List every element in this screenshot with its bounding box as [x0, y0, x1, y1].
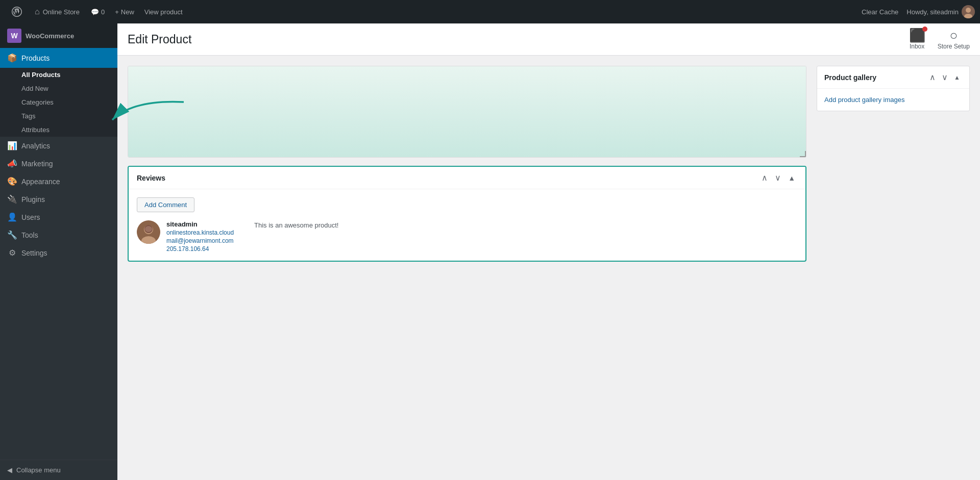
- sidebar-submenu-tags[interactable]: Tags: [0, 109, 117, 123]
- analytics-icon: 📊: [7, 141, 17, 150]
- products-submenu: All Products Add New Categories Tags Att…: [0, 68, 117, 137]
- reviewer-avatar: [137, 220, 160, 244]
- tools-label: Tools: [21, 231, 38, 239]
- inbox-icon: ⬛: [909, 29, 925, 42]
- gallery-panel-body: Add product gallery images: [817, 89, 969, 111]
- categories-label: Categories: [21, 98, 54, 106]
- content-body: Reviews ∧ ∨ ▲ Add Comment: [117, 56, 980, 480]
- reviewer-name: siteadmin: [166, 220, 248, 228]
- add-new-label: Add New: [21, 85, 48, 92]
- review-item: siteadmin onlinestorea.kinsta.cloud mail…: [137, 220, 797, 252]
- content-sidebar: Product gallery ∧ ∨ ▲ Add product galler…: [817, 66, 970, 470]
- panel-collapse-up-button[interactable]: ∧: [760, 172, 770, 184]
- sidebar-submenu-all-products[interactable]: All Products: [0, 68, 117, 82]
- panel-close-button[interactable]: ▲: [786, 173, 797, 183]
- avatar: [962, 5, 975, 18]
- reviewer-info: siteadmin onlinestorea.kinsta.cloud mail…: [166, 220, 248, 252]
- collapse-label: Collapse menu: [16, 466, 61, 474]
- tools-icon: 🔧: [7, 230, 17, 240]
- howdy-label: Howdy, siteadmin: [906, 8, 959, 16]
- all-products-label: All Products: [21, 71, 61, 79]
- plugins-icon: 🔌: [7, 194, 17, 204]
- marketing-label: Marketing: [21, 160, 53, 168]
- sidebar-menu: 📦 Products All Products Add New Categori…: [0, 48, 117, 262]
- new-label: New: [121, 8, 134, 16]
- editor-area: [128, 66, 806, 158]
- resize-handle[interactable]: [800, 151, 806, 157]
- reviewer-url[interactable]: onlinestorea.kinsta.cloud: [166, 229, 248, 236]
- comments-count: 0: [101, 8, 105, 16]
- site-name[interactable]: ⌂ Online Store: [29, 0, 86, 23]
- sidebar-item-products[interactable]: 📦 Products: [0, 48, 117, 68]
- inbox-button[interactable]: ⬛ Inbox: [909, 29, 925, 50]
- add-gallery-images-link[interactable]: Add product gallery images: [824, 96, 905, 104]
- appearance-label: Appearance: [21, 178, 60, 186]
- gallery-panel-controls: ∧ ∨ ▲: [927, 71, 962, 83]
- gallery-up-button[interactable]: ∧: [927, 71, 938, 83]
- wp-logo[interactable]: [5, 0, 29, 23]
- site-name-label: Online Store: [43, 8, 80, 16]
- review-text: This is an awesome product!: [254, 221, 338, 229]
- admin-bar-right: Clear Cache Howdy, siteadmin: [862, 5, 975, 18]
- content-area: Edit Product ⬛ Inbox ○ Store Setup: [117, 23, 980, 480]
- clear-cache-button[interactable]: Clear Cache: [862, 8, 898, 16]
- products-label: Products: [21, 54, 50, 62]
- gallery-panel-title: Product gallery: [824, 73, 876, 82]
- woocommerce-menu-item[interactable]: W WooCommerce: [0, 23, 117, 48]
- store-setup-icon: ○: [949, 29, 958, 42]
- add-comment-button[interactable]: Add Comment: [137, 197, 194, 212]
- store-setup-label: Store Setup: [938, 43, 970, 50]
- tags-label: Tags: [21, 112, 35, 120]
- new-button[interactable]: + New: [110, 0, 139, 23]
- sidebar-item-tools[interactable]: 🔧 Tools: [0, 226, 117, 244]
- review-content: This is an awesome product!: [254, 220, 338, 252]
- main-layout: W WooCommerce 📦 Products All Products Ad…: [0, 23, 980, 480]
- sidebar-submenu-attributes[interactable]: Attributes: [0, 123, 117, 137]
- reviews-panel-body: Add Comment: [129, 189, 805, 261]
- collapse-menu-button[interactable]: ◀ Collapse menu: [0, 460, 117, 480]
- reviewer-email[interactable]: mail@joewarnimont.com: [166, 237, 248, 244]
- howdy-menu[interactable]: Howdy, siteadmin: [906, 5, 975, 18]
- admin-bar: ⌂ Online Store 💬 0 + New View product Cl…: [0, 0, 980, 23]
- collapse-icon: ◀: [7, 466, 12, 474]
- store-setup-button[interactable]: ○ Store Setup: [938, 29, 970, 50]
- content-header: Edit Product ⬛ Inbox ○ Store Setup: [117, 23, 980, 56]
- comments-button[interactable]: 💬 0: [86, 0, 110, 23]
- products-icon: 📦: [7, 53, 17, 63]
- panel-collapse-down-button[interactable]: ∨: [773, 172, 783, 184]
- sidebar-submenu-add-new[interactable]: Add New: [0, 82, 117, 95]
- sidebar-item-settings[interactable]: ⚙ Settings: [0, 244, 117, 262]
- sidebar-submenu-categories[interactable]: Categories: [0, 95, 117, 109]
- settings-label: Settings: [21, 249, 47, 257]
- attributes-label: Attributes: [21, 126, 50, 134]
- view-product-label: View product: [144, 8, 183, 16]
- reviewer-ip: 205.178.106.64: [166, 245, 248, 252]
- sidebar-item-users[interactable]: 👤 Users: [0, 208, 117, 226]
- analytics-label: Analytics: [21, 142, 50, 150]
- sidebar-item-analytics[interactable]: 📊 Analytics: [0, 137, 117, 155]
- plugins-label: Plugins: [21, 195, 45, 204]
- users-label: Users: [21, 213, 40, 221]
- users-icon: 👤: [7, 212, 17, 222]
- content-main: Reviews ∧ ∨ ▲ Add Comment: [128, 66, 806, 470]
- reviews-panel-header: Reviews ∧ ∨ ▲: [129, 167, 805, 189]
- woocommerce-label: WooCommerce: [26, 32, 74, 40]
- sidebar-item-marketing[interactable]: 📣 Marketing: [0, 155, 117, 172]
- sidebar-item-appearance[interactable]: 🎨 Appearance: [0, 172, 117, 190]
- appearance-icon: 🎨: [7, 176, 17, 186]
- woo-logo: W: [7, 29, 21, 43]
- inbox-badge: [922, 27, 927, 32]
- view-product-button[interactable]: View product: [139, 0, 188, 23]
- panel-controls: ∧ ∨ ▲: [760, 172, 797, 184]
- settings-icon: ⚙: [7, 248, 17, 258]
- reviews-panel: Reviews ∧ ∨ ▲ Add Comment: [128, 166, 806, 262]
- marketing-icon: 📣: [7, 159, 17, 168]
- admin-bar-left: ⌂ Online Store 💬 0 + New View product: [5, 0, 862, 23]
- inbox-label: Inbox: [910, 43, 924, 50]
- gallery-close-button[interactable]: ▲: [952, 71, 962, 83]
- header-actions: ⬛ Inbox ○ Store Setup: [909, 29, 970, 50]
- gallery-down-button[interactable]: ∨: [940, 71, 950, 83]
- sidebar-item-plugins[interactable]: 🔌 Plugins: [0, 190, 117, 208]
- page-title: Edit Product: [128, 33, 191, 46]
- comments-icon: 💬: [91, 8, 99, 16]
